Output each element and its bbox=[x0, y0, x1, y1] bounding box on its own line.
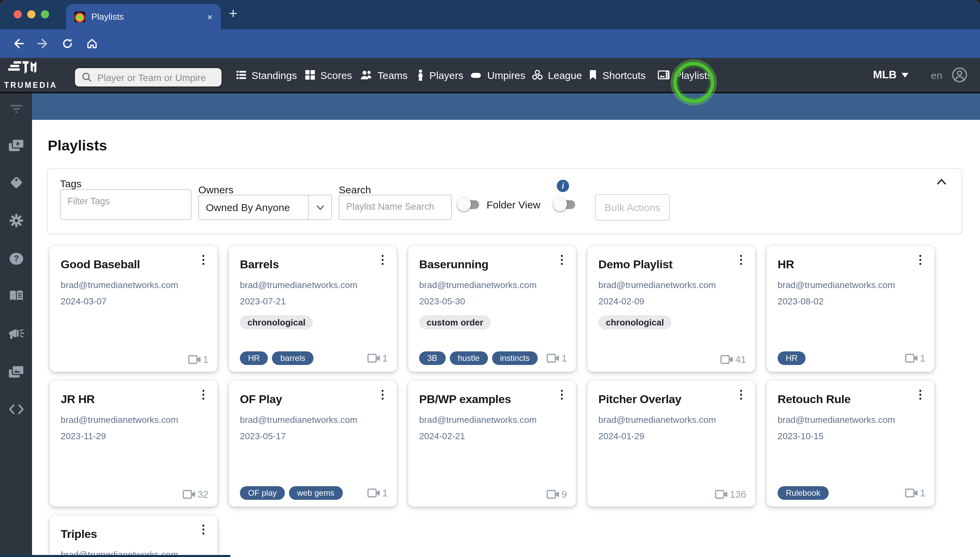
playlist-tags: HRbarrels bbox=[240, 351, 314, 365]
images-icon[interactable] bbox=[8, 364, 24, 381]
book-icon[interactable] bbox=[8, 289, 23, 305]
traffic-light-minimize[interactable] bbox=[27, 10, 36, 18]
forward-icon[interactable] bbox=[37, 37, 49, 50]
video-playlist-icon[interactable] bbox=[8, 138, 24, 155]
bulk-actions-button[interactable]: Bulk Actions bbox=[595, 194, 670, 221]
playlist-date: 2024-01-29 bbox=[598, 431, 744, 441]
nav-item-players[interactable]: Players bbox=[416, 58, 464, 92]
site-favicon bbox=[74, 11, 85, 22]
playlist-tag-pill[interactable]: Rulebook bbox=[777, 486, 828, 500]
playlist-card[interactable]: ⋮ PB/WP examples brad@trumedianetworks.c… bbox=[408, 381, 576, 507]
card-menu-kebab-icon[interactable]: ⋮ bbox=[377, 389, 389, 401]
playlist-title: JR HR bbox=[60, 393, 206, 407]
video-camera-icon bbox=[547, 353, 560, 363]
playlist-card[interactable]: ⋮ Baserunning brad@trumedianetworks.com … bbox=[408, 246, 576, 372]
owners-select[interactable]: Owned By Anyone bbox=[198, 195, 332, 220]
new-tab-button[interactable]: + bbox=[229, 5, 237, 22]
playlist-card[interactable]: ⋮ Pitcher Overlay brad@trumedianetworks.… bbox=[588, 381, 755, 507]
playlist-tag-pill[interactable]: hustle bbox=[449, 351, 488, 365]
playlist-owner: brad@trumedianetworks.com bbox=[240, 280, 386, 290]
card-menu-kebab-icon[interactable]: ⋮ bbox=[198, 254, 209, 265]
playlist-title: Demo Playlist bbox=[598, 258, 744, 272]
nav-item-standings[interactable]: Standings bbox=[236, 58, 297, 92]
folder-view-toggle[interactable] bbox=[459, 200, 479, 209]
tags-filter-input[interactable]: Filter Tags bbox=[60, 189, 191, 220]
playlist-tag-pill[interactable]: 3B bbox=[419, 351, 445, 365]
browser-tab[interactable]: Playlists × bbox=[66, 4, 221, 29]
playlist-card[interactable]: ⋮ Good Baseball brad@trumedianetworks.co… bbox=[50, 246, 217, 372]
nav-item-teams[interactable]: Teams bbox=[361, 58, 408, 92]
tag-icon[interactable] bbox=[8, 175, 23, 193]
playlist-card[interactable]: ⋮ Triples brad@trumedianetworks.com bbox=[50, 515, 217, 557]
card-menu-kebab-icon[interactable]: ⋮ bbox=[198, 524, 209, 535]
chevron-down-icon bbox=[901, 73, 908, 77]
playlist-video-count: 1 bbox=[905, 353, 926, 363]
playlist-tag-pill[interactable]: HR bbox=[777, 351, 806, 365]
playlist-date: 2023-08-02 bbox=[777, 296, 923, 306]
card-menu-kebab-icon[interactable]: ⋮ bbox=[198, 389, 209, 401]
nav-item-umpires[interactable]: Umpires bbox=[470, 58, 526, 92]
standings-icon bbox=[236, 70, 247, 80]
playlist-search-input[interactable]: Playlist Name Search bbox=[339, 195, 452, 220]
language-selector[interactable]: en bbox=[931, 58, 942, 92]
card-menu-kebab-icon[interactable]: ⋮ bbox=[915, 389, 926, 401]
card-menu-kebab-icon[interactable]: ⋮ bbox=[915, 254, 926, 265]
playlist-tag-pill[interactable]: HR bbox=[240, 351, 268, 365]
tab-close-icon[interactable]: × bbox=[207, 12, 212, 21]
megaphone-icon[interactable] bbox=[8, 327, 24, 343]
playlist-tag-pill[interactable]: web gems bbox=[289, 486, 343, 500]
traffic-light-zoom[interactable] bbox=[41, 10, 49, 18]
league-selector-value: MLB bbox=[873, 69, 897, 81]
playlist-video-count: 41 bbox=[720, 354, 746, 365]
playlist-title: Good Baseball bbox=[60, 258, 206, 272]
card-menu-kebab-icon[interactable]: ⋮ bbox=[556, 254, 568, 265]
playlist-card[interactable]: ⋮ JR HR brad@trumedianetworks.com 2023-1… bbox=[50, 381, 217, 507]
playlist-title: Triples bbox=[60, 528, 206, 541]
collapse-panel-icon[interactable] bbox=[936, 176, 947, 188]
back-icon[interactable] bbox=[12, 37, 24, 50]
nav-item-playlists[interactable]: Playlists bbox=[658, 58, 712, 92]
playlist-tag-pill[interactable]: instincts bbox=[492, 351, 538, 365]
card-menu-kebab-icon[interactable]: ⋮ bbox=[735, 254, 747, 265]
account-button[interactable] bbox=[951, 58, 968, 92]
playlist-card[interactable]: ⋮ HR brad@trumedianetworks.com 2023-08-0… bbox=[767, 246, 934, 372]
playlist-card[interactable]: ⋮ Retouch Rule brad@trumedianetworks.com… bbox=[767, 381, 934, 507]
nav-label: Teams bbox=[377, 69, 408, 81]
traffic-light-close[interactable] bbox=[14, 10, 22, 18]
filters-panel: Tags Filter Tags Owners Owned By Anyone … bbox=[47, 168, 962, 234]
playlist-card[interactable]: ⋮ OF Play brad@trumedianetworks.com 2023… bbox=[229, 381, 397, 507]
nav-item-shortcuts[interactable]: Shortcuts bbox=[588, 58, 646, 92]
owners-label: Owners bbox=[198, 184, 234, 195]
main-content: Playlists Tags Filter Tags Owners Owned … bbox=[32, 120, 980, 557]
global-search-input[interactable]: Player or Team or Umpire bbox=[74, 67, 223, 88]
playlist-tag-pill[interactable]: OF play bbox=[240, 486, 285, 500]
video-camera-icon bbox=[720, 355, 733, 364]
home-icon[interactable] bbox=[86, 37, 98, 50]
filter-icon[interactable] bbox=[9, 104, 23, 116]
info-icon[interactable]: i bbox=[557, 180, 569, 192]
league-selector[interactable]: MLB bbox=[873, 58, 908, 92]
playlist-owner: brad@trumedianetworks.com bbox=[240, 415, 386, 425]
bulk-actions-toggle[interactable] bbox=[555, 200, 575, 209]
playlist-card[interactable]: ⋮ Barrels brad@trumedianetworks.com 2023… bbox=[229, 246, 397, 372]
nav-item-league[interactable]: League bbox=[532, 58, 582, 92]
brand-name: TRUMEDIA bbox=[4, 81, 57, 89]
below-fold-element-edge bbox=[0, 555, 230, 557]
trumedia-logo[interactable] bbox=[8, 60, 39, 81]
code-icon[interactable] bbox=[8, 404, 24, 417]
nav-label: Scores bbox=[320, 69, 352, 81]
help-icon[interactable]: ? bbox=[8, 251, 23, 269]
page-header-band bbox=[32, 93, 980, 120]
card-menu-kebab-icon[interactable]: ⋮ bbox=[556, 389, 568, 401]
video-count-value: 1 bbox=[920, 353, 926, 363]
nav-label: League bbox=[548, 69, 582, 81]
playlist-date: 2023-10-15 bbox=[777, 431, 923, 441]
card-menu-kebab-icon[interactable]: ⋮ bbox=[735, 389, 747, 401]
playlist-card[interactable]: ⋮ Demo Playlist brad@trumedianetworks.co… bbox=[588, 246, 755, 372]
card-menu-kebab-icon[interactable]: ⋮ bbox=[377, 254, 389, 265]
reload-icon[interactable] bbox=[61, 37, 74, 50]
nav-item-scores[interactable]: Scores bbox=[305, 58, 352, 92]
playlist-tag-pill[interactable]: barrels bbox=[272, 351, 314, 365]
playlist-order-chip: custom order bbox=[419, 315, 491, 329]
gear-icon[interactable] bbox=[8, 213, 23, 231]
